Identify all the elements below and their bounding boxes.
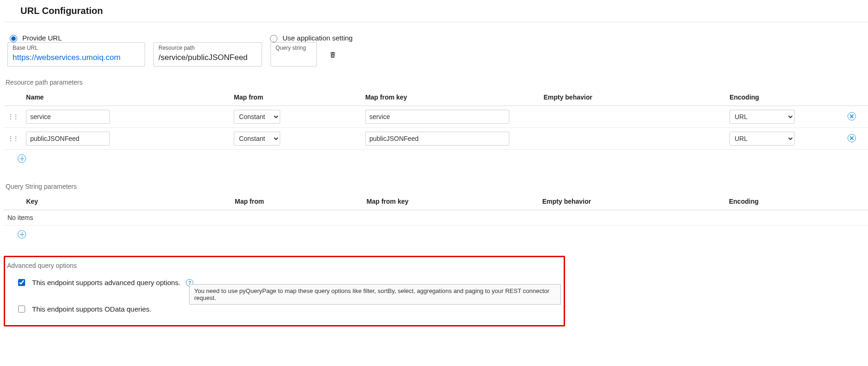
url-fields-row: Base URL https://webservices.umoiq.com R… [4,42,868,67]
url-mode-radio-row: Provide URL Use application setting [4,33,868,42]
delete-row-icon[interactable] [848,112,856,120]
resource-params-label: Resource path parameters [6,79,868,86]
param-name-input[interactable] [26,132,110,146]
col-key-header: Key [22,193,231,210]
col-mapfrom-header: Map from [231,193,363,210]
advanced-query-section: Advanced query options This endpoint sup… [4,256,565,326]
advanced-section-label: Advanced query options [5,261,564,276]
param-mapkey-input[interactable] [365,132,509,146]
query-params-label: Query String parameters [6,183,868,190]
col-mapfrom-header: Map from [230,89,362,106]
param-name-input[interactable] [26,110,110,124]
use-app-setting-radio-group[interactable]: Use application setting [268,33,353,42]
advanced-query-label: This endpoint supports advanced query op… [32,279,180,286]
resource-path-field[interactable]: Resource path /service/publicJSONFeed [153,42,262,67]
query-params-table: Key Map from Map from key Empty behavior… [4,193,868,226]
trash-icon[interactable] [329,51,336,59]
table-row: Constant URL [4,128,868,150]
base-url-field[interactable]: Base URL https://webservices.umoiq.com [7,42,145,67]
provide-url-label: Provide URL [22,34,62,42]
resource-path-label: Resource path [158,45,257,51]
col-name-header: Name [22,89,230,106]
advanced-query-checkbox[interactable] [18,279,25,286]
query-string-label: Query string [276,45,312,51]
drag-handle-icon[interactable] [7,113,14,120]
col-encoding-header: Encoding [725,193,835,210]
param-empty-cell [540,128,726,150]
base-url-value[interactable]: https://webservices.umoiq.com [13,52,140,63]
provide-url-radio[interactable] [10,35,17,42]
base-url-label: Base URL [13,45,140,51]
use-app-setting-radio[interactable] [270,35,277,42]
odata-checkbox[interactable] [18,306,25,313]
resource-params-table: Name Map from Map from key Empty behavio… [4,89,868,150]
resource-path-value[interactable]: /service/publicJSONFeed [158,52,257,63]
provide-url-radio-group[interactable]: Provide URL [7,33,268,42]
param-mapfrom-select[interactable]: Constant [234,110,280,124]
table-row: Constant URL [4,106,868,128]
col-mapkey-header: Map from key [363,193,539,210]
param-mapfrom-select[interactable]: Constant [234,132,280,146]
add-row-icon[interactable] [18,230,26,239]
col-mapkey-header: Map from key [362,89,540,106]
drag-handle-icon[interactable] [7,135,14,142]
page-title: URL Configuration [4,6,868,22]
query-string-field[interactable]: Query string [270,42,317,67]
param-mapkey-input[interactable] [365,110,509,124]
add-row-icon[interactable] [18,154,26,163]
col-empty-header: Empty behavior [540,89,726,106]
param-encoding-select[interactable]: URL [730,132,795,146]
no-items-row: No items [4,210,868,226]
col-empty-header: Empty behavior [539,193,725,210]
query-string-value[interactable] [276,52,312,63]
delete-row-icon[interactable] [848,134,856,142]
table-header-row: Name Map from Map from key Empty behavio… [4,89,868,106]
param-encoding-select[interactable]: URL [730,110,795,124]
divider [4,22,868,22]
no-items-label: No items [4,210,868,226]
table-header-row: Key Map from Map from key Empty behavior… [4,193,868,210]
odata-label: This endpoint supports OData queries. [32,305,151,313]
param-empty-cell [540,106,726,128]
use-app-setting-label: Use application setting [283,34,353,42]
col-encoding-header: Encoding [726,89,835,106]
tooltip: You need to use pyQueryPage to map these… [189,284,561,305]
